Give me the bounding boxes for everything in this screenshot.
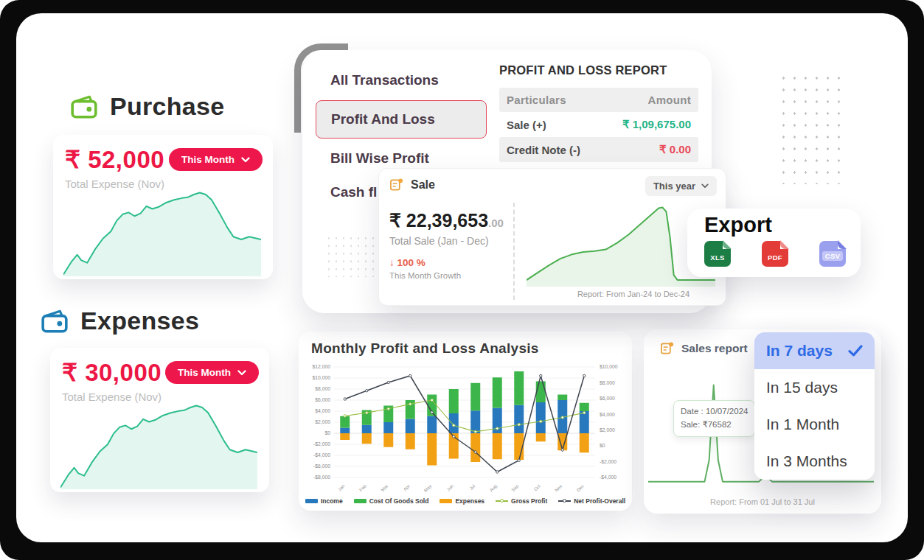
data-point	[496, 471, 499, 473]
legend-item: Gross Profit	[496, 497, 547, 505]
dropdown-item-label: In 15 days	[766, 379, 838, 396]
left-axis-tick: $2,000	[315, 419, 330, 424]
dropdown-item-7-days[interactable]: In 7 days	[754, 332, 875, 369]
x-axis-label: Jul	[468, 483, 476, 491]
sale-subtitle: Total Sale (Jan - Dec)	[389, 235, 489, 247]
right-axis-tick: $10,000	[600, 364, 618, 369]
purchase-section-header: Purchase	[70, 92, 224, 121]
export-csv-icon[interactable]: CSV	[819, 241, 846, 267]
dropdown-item-1-month[interactable]: In 1 Month	[754, 406, 875, 443]
csv-label: CSV	[822, 251, 843, 261]
data-point	[583, 411, 586, 413]
legend-label: Net Profit-Overall	[574, 497, 625, 505]
x-axis-label: Nov	[554, 483, 563, 492]
bar-income	[449, 413, 459, 433]
dropdown-item-label: In 1 Month	[766, 416, 839, 433]
legend-label: Gross Profit	[511, 497, 547, 505]
legend-label: Expenses	[455, 497, 484, 505]
bar-income	[362, 425, 372, 433]
bar-expenses	[557, 433, 567, 450]
x-axis-label: Feb	[358, 483, 367, 492]
left-axis-tick: -$4,000	[313, 452, 330, 458]
table-row: Sale (+) ₹ 1,09,675.00	[499, 112, 698, 137]
menu-item-all-transactions[interactable]: All Transactions	[316, 63, 487, 97]
sale-amount-decimal: .00	[488, 217, 504, 229]
x-axis-label: Sep	[510, 483, 520, 492]
bar-cogs	[536, 382, 546, 403]
chevron-down-icon	[701, 183, 709, 189]
expenses-period-button[interactable]: This Month	[165, 361, 259, 384]
left-axis-tick: -$8,000	[313, 475, 330, 480]
sale-period-label: This year	[653, 181, 695, 192]
bar-income	[383, 422, 393, 433]
pnl-col-particulars: Particulars	[507, 94, 566, 106]
sale-report-icon	[389, 178, 403, 192]
x-axis-label: Jan	[336, 483, 345, 491]
bar-expenses	[406, 433, 415, 449]
legend-item: Expenses	[440, 497, 484, 505]
legend-swatch	[558, 500, 571, 502]
monthly-chart-title: Monthly Profit and Loss Analysis	[311, 340, 632, 357]
left-axis-tick: $12,000	[312, 364, 330, 369]
data-point	[561, 416, 563, 419]
x-axis-label: Dec	[575, 483, 585, 492]
x-axis-label: Oct	[532, 483, 541, 492]
sale-growth-value: 100 %	[397, 257, 425, 268]
period-dropdown-menu: In 7 days In 15 days In 1 Month In 3 Mon…	[754, 332, 875, 480]
bar-income	[427, 416, 437, 433]
data-point	[453, 435, 455, 438]
bar-expenses	[427, 433, 437, 466]
right-axis-tick: $2,000	[600, 427, 615, 433]
legend-item: Income	[305, 497, 343, 505]
purchase-title: Purchase	[110, 92, 224, 121]
pnl-report: PROFIT AND LOSS REPORT Particulars Amoun…	[499, 63, 698, 162]
right-axis-tick: $4,000	[600, 412, 615, 417]
dropdown-item-label: In 7 days	[766, 342, 833, 360]
left-axis-tick: $10,000	[312, 375, 330, 380]
expenses-title: Expenses	[80, 307, 199, 335]
sale-period-button[interactable]: This year	[645, 176, 717, 196]
data-point	[431, 399, 433, 401]
right-axis-tick: $6,000	[600, 396, 615, 401]
export-card: Export XLS PDF CSV	[687, 209, 861, 277]
pdf-label: PDF	[768, 253, 782, 262]
tooltip-sale: Sale: ₹76582	[681, 419, 748, 432]
bar-income	[406, 419, 415, 434]
right-axis-tick: -$4,000	[600, 475, 616, 480]
table-row: Credit Note (-) ₹ 0.00	[499, 137, 698, 162]
export-pdf-icon[interactable]: PDF	[762, 241, 788, 267]
left-axis-tick: $0	[324, 430, 330, 435]
dropdown-item-label: In 3 Months	[766, 452, 847, 470]
chart-tooltip: Date : 10/07/2024 Sale: ₹76582	[673, 400, 755, 437]
bar-expenses	[362, 433, 372, 444]
sale-growth-label: This Month Growth	[389, 271, 461, 280]
export-title: Export	[704, 213, 861, 237]
bar-income	[514, 405, 524, 433]
left-axis-tick: -$6,000	[313, 463, 330, 469]
dropdown-item-15-days[interactable]: In 15 days	[754, 369, 875, 406]
menu-item-profit-and-loss[interactable]: Profit And Loss	[316, 100, 487, 139]
sales-report-title: Sales report	[681, 342, 748, 355]
chevron-down-icon	[237, 370, 246, 376]
dot-grid-decoration-small	[325, 234, 374, 277]
left-axis-tick: $6,000	[315, 397, 330, 402]
bar-cogs	[449, 389, 459, 413]
pnl-table-header: Particulars Amount	[499, 88, 698, 112]
data-point	[453, 424, 455, 427]
data-point	[518, 424, 520, 426]
legend-swatch	[354, 499, 367, 503]
left-axis-tick: -$2,000	[313, 441, 330, 447]
xls-label: XLS	[710, 253, 724, 262]
sales-report-header: Sales report	[660, 341, 748, 355]
export-xls-icon[interactable]: XLS	[704, 241, 731, 267]
right-axis-tick: $0	[600, 443, 605, 448]
legend-label: Income	[321, 497, 343, 505]
bar-income	[536, 402, 546, 433]
x-axis-label: Mar	[380, 483, 389, 492]
purchase-trend-chart	[63, 186, 261, 276]
x-axis-label: Jun	[445, 483, 454, 491]
dropdown-item-3-months[interactable]: In 3 Months	[754, 443, 875, 480]
purchase-period-button[interactable]: This Month	[169, 148, 263, 171]
bar-expenses	[536, 433, 546, 441]
chart-legend: IncomeCost Of Goods SoldExpensesGross Pr…	[299, 497, 632, 505]
